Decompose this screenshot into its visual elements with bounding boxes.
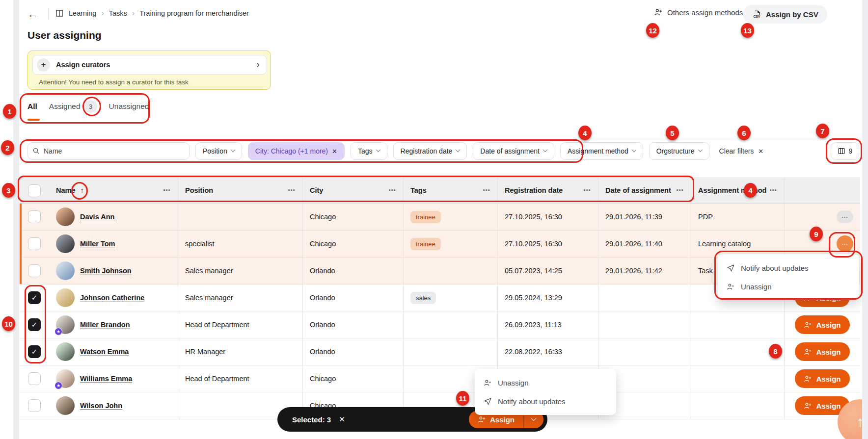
user-name-link[interactable]: Smith Johnson — [80, 267, 132, 275]
user-name-link[interactable]: Watson Emma — [80, 348, 129, 356]
column-header-tags: Tags⋯ — [404, 178, 498, 204]
others-assign-methods-button[interactable]: Others assign methods — [654, 8, 743, 17]
cell-date-of-assignment: 29.01.2026, 11:42 — [598, 258, 691, 284]
cell-registration-date: 22.08.2022, 16:33 — [498, 338, 598, 365]
row-select-cell — [20, 231, 49, 258]
menu-item-unassign[interactable]: Unassign — [718, 277, 859, 296]
filter-bar: Position City: Chicago (+1 more) ✕ Tags … — [27, 142, 763, 160]
user-plus-icon — [654, 8, 663, 17]
breadcrumb-item[interactable]: Learning — [69, 9, 96, 17]
tab-unassigned[interactable]: Unassigned — [109, 102, 149, 111]
user-name-link[interactable]: Wilson John — [80, 402, 122, 410]
column-menu-icon[interactable]: ⋯ — [769, 186, 777, 195]
user-name-link[interactable]: Miller Brandon — [80, 321, 130, 329]
breadcrumb-item[interactable]: Tasks — [109, 9, 127, 17]
filter-assignment-method[interactable]: Assignment method — [560, 142, 643, 160]
clear-selection-icon[interactable]: ✕ — [339, 415, 345, 424]
filter-position[interactable]: Position — [195, 142, 242, 160]
column-menu-icon[interactable]: ⋯ — [388, 186, 396, 195]
avatar: ★ — [56, 315, 75, 334]
column-menu-icon[interactable]: ⋯ — [288, 186, 296, 195]
cell-tags: sales — [404, 284, 498, 311]
assign-curators-button[interactable]: + Assign curators › — [32, 55, 267, 75]
user-plus-icon — [478, 415, 486, 424]
row-checkbox[interactable]: ✓ — [28, 318, 41, 331]
cell-date-of-assignment: 29.01.2026, 11:40 — [598, 231, 691, 258]
search-input[interactable] — [27, 142, 190, 160]
column-menu-icon[interactable]: ⋯ — [583, 186, 591, 195]
column-menu-icon[interactable]: ⋯ — [163, 186, 171, 195]
row-checkbox[interactable] — [28, 210, 41, 223]
sort-ascending-icon[interactable]: ↑ — [81, 186, 84, 195]
row-checkbox[interactable] — [28, 264, 41, 277]
row-checkbox[interactable]: ✓ — [28, 291, 41, 304]
breadcrumb: Learning › Tasks › Training program for … — [55, 9, 249, 18]
column-header-label: Position — [185, 186, 213, 195]
csv-file-icon: CSV — [752, 10, 761, 19]
row-select-cell: ✓ — [20, 284, 49, 311]
clear-filters-button[interactable]: Clear filters ✕ — [719, 147, 764, 155]
row-checkbox[interactable] — [28, 372, 41, 385]
assign-button[interactable]: Assign — [795, 369, 849, 388]
menu-item-unassign[interactable]: Unassign — [475, 373, 616, 392]
chevron-down-icon — [698, 147, 703, 152]
cell-actions: Assign — [785, 338, 860, 365]
filter-date-of-assignment[interactable]: Date of assignment — [473, 142, 554, 160]
back-button[interactable]: ← — [26, 7, 40, 22]
user-name-link[interactable]: Johnson Catherine — [80, 294, 144, 302]
cell-date-of-assignment — [598, 311, 691, 338]
cell-name: Davis Ann — [49, 204, 178, 231]
user-minus-icon — [484, 379, 492, 387]
avatar — [56, 288, 75, 307]
send-icon — [727, 264, 735, 272]
user-name-link[interactable]: Miller Tom — [80, 240, 115, 248]
cell-registration-date: 27.10.2025, 16:30 — [498, 231, 598, 258]
row-select-cell — [20, 258, 49, 284]
menu-item-notify-about-updates[interactable]: Notify about updates — [475, 392, 616, 411]
filter-city-active[interactable]: City: Chicago (+1 more) ✕ — [248, 142, 345, 160]
assign-button-label: Assign — [816, 321, 841, 329]
select-all-checkbox[interactable] — [28, 184, 41, 197]
user-name-link[interactable]: Williams Emma — [80, 375, 132, 383]
row-checkbox[interactable]: ✓ — [28, 345, 41, 358]
avatar: ★ — [56, 369, 75, 388]
others-assign-methods-label: Others assign methods — [667, 8, 743, 17]
filter-registration-date[interactable]: Registration date — [393, 142, 467, 160]
row-menu-button[interactable]: ⋯ — [837, 210, 853, 223]
tab-assigned[interactable]: Assigned 3 — [49, 100, 97, 113]
column-menu-icon[interactable]: ⋯ — [676, 186, 684, 195]
filter-assignment-method-label: Assignment method — [568, 147, 628, 155]
column-menu-icon[interactable]: ⋯ — [483, 186, 490, 195]
assign-by-csv-button[interactable]: CSV Assign by CSV — [743, 5, 827, 24]
menu-item-label: Unassign — [498, 379, 529, 387]
tab-all[interactable]: All — [27, 102, 37, 111]
assign-button[interactable]: Assign — [795, 342, 849, 361]
breadcrumb-separator-icon: › — [101, 9, 104, 18]
cell-actions: ⋯ — [785, 204, 860, 231]
filter-position-label: Position — [203, 147, 227, 155]
menu-item-notify-about-updates[interactable]: Notify about updates — [718, 258, 859, 277]
row-select-cell: ✓ — [20, 338, 49, 365]
remove-filter-icon[interactable]: ✕ — [332, 148, 337, 155]
assigned-rows-stripe — [20, 204, 22, 284]
filter-tags[interactable]: Tags — [351, 142, 387, 160]
assignment-tabs: All Assigned 3 Unassigned — [27, 100, 149, 113]
column-header-registration-date: Registration date⋯ — [498, 178, 598, 204]
user-minus-icon — [727, 283, 735, 291]
row-checkbox[interactable] — [28, 237, 41, 250]
avatar — [56, 342, 75, 361]
column-picker-count: 9 — [849, 147, 853, 155]
row-menu-button[interactable]: ⋯ — [837, 235, 853, 252]
assign-button[interactable]: Assign — [795, 315, 849, 334]
filter-orgstructure-label: Orgstructure — [656, 147, 695, 155]
selection-actions-menu: UnassignNotify about updates — [475, 369, 616, 415]
cell-assignment-method — [691, 365, 785, 392]
menu-item-label: Notify about updates — [498, 397, 566, 406]
user-name-link[interactable]: Davis Ann — [80, 213, 114, 221]
column-picker-button[interactable]: 9 — [831, 142, 859, 160]
cell-assignment-method: Learning catalog — [691, 231, 785, 258]
filter-orgstructure[interactable]: Orgstructure — [649, 142, 709, 160]
row-select-cell — [20, 365, 49, 392]
curator-banner: + Assign curators › Attention! You need … — [27, 51, 271, 90]
row-checkbox[interactable] — [28, 399, 41, 412]
